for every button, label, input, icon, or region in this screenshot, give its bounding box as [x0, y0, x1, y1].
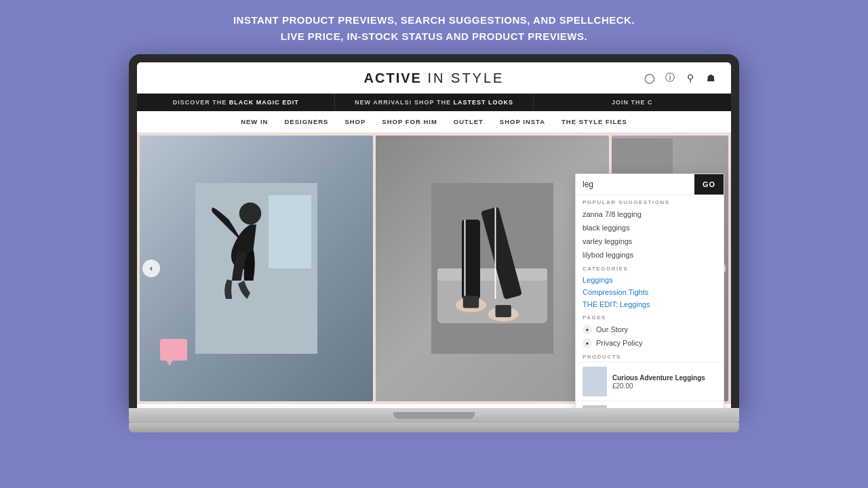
popular-suggestions-label: POPULAR SUGGESTIONS: [576, 195, 724, 207]
page-icon-2: ●: [583, 338, 592, 348]
suggestion-1[interactable]: zanna 7/8 legging: [576, 207, 724, 221]
nav-outlet[interactable]: OUTLET: [454, 118, 484, 125]
search-input-row: GO: [576, 174, 724, 195]
arrow-left[interactable]: ‹: [142, 260, 160, 277]
promo-item-3[interactable]: JOIN THE C: [534, 94, 731, 111]
nav-shop-insta[interactable]: SHOP INSTA: [500, 118, 545, 125]
page-icon-1: ●: [583, 325, 592, 334]
products-label: PRODUCTS: [576, 350, 724, 362]
category-1[interactable]: Leggings: [576, 274, 724, 286]
product-thumb-1: [583, 367, 607, 396]
figure-svg-1: [195, 180, 317, 357]
help-icon[interactable]: ⓘ: [663, 71, 677, 85]
promo-bar: DISCOVER THE BLACK MAGIC EDIT NEW ARRIVA…: [137, 94, 731, 111]
hero-image-2: [376, 136, 609, 401]
laptop-notch: [393, 412, 475, 419]
svg-rect-1: [269, 195, 311, 268]
svg-point-2: [239, 203, 261, 224]
promo-item-2[interactable]: NEW ARRIVALS! SHOP THE LASTEST LOOKS: [335, 94, 533, 111]
suggestion-2[interactable]: black leggings: [576, 221, 724, 235]
account-icon[interactable]: ◯: [643, 71, 656, 85]
nav-style-files[interactable]: THE STYLE FILES: [561, 118, 627, 125]
page-2[interactable]: ● Privacy Policy: [576, 336, 724, 350]
page-1[interactable]: ● Our Story: [576, 323, 724, 336]
site-logo: ACTIVE IN STYLE: [364, 69, 505, 87]
laptop-screen: ACTIVE IN STYLE ◯ ⓘ ⚲ ☗ DISCOVER THE BLA…: [137, 62, 731, 408]
suggestion-3[interactable]: varley leggings: [576, 235, 724, 248]
chat-bubble: [160, 339, 187, 361]
site-header: ACTIVE IN STYLE ◯ ⓘ ⚲ ☗: [137, 62, 731, 94]
logo-bold: ACTIVE: [364, 70, 422, 85]
hero-image-1: [140, 136, 373, 401]
product-item-1[interactable]: Curious Adventure Leggings £20.00: [576, 362, 724, 401]
headline-line1: INSTANT PRODUCT PREVIEWS, SEARCH SUGGEST…: [233, 12, 635, 28]
nav-new-in[interactable]: NEW IN: [241, 118, 268, 125]
laptop-mockup: ACTIVE IN STYLE ◯ ⓘ ⚲ ☗ DISCOVER THE BLA…: [129, 54, 739, 432]
suggestion-4[interactable]: lilybod leggings: [576, 248, 724, 262]
figure-svg-2: [431, 180, 553, 357]
page-2-label: Privacy Policy: [596, 339, 642, 347]
product-item-2[interactable]: Petite Etoile Compression Midi £89.00: [576, 401, 724, 408]
svg-rect-12: [463, 296, 479, 308]
search-icon[interactable]: ⚲: [684, 71, 697, 85]
search-dropdown: GO POPULAR SUGGESTIONS zanna 7/8 legging…: [575, 174, 724, 408]
headline-block: INSTANT PRODUCT PREVIEWS, SEARCH SUGGEST…: [220, 0, 648, 54]
product-name-1: Curious Adventure Leggings: [612, 373, 705, 382]
page-1-label: Our Story: [596, 325, 628, 333]
header-icons: ◯ ⓘ ⚲ ☗: [643, 71, 717, 85]
nav-shop-for-him[interactable]: SHOP FOR HIM: [382, 118, 437, 125]
promo-items: DISCOVER THE BLACK MAGIC EDIT NEW ARRIVA…: [137, 94, 731, 111]
promo-item-1[interactable]: DISCOVER THE BLACK MAGIC EDIT: [137, 94, 335, 111]
laptop-outer: ACTIVE IN STYLE ◯ ⓘ ⚲ ☗ DISCOVER THE BLA…: [129, 54, 739, 408]
category-3[interactable]: THE EDIT: Leggings: [576, 298, 724, 310]
search-input[interactable]: [576, 174, 694, 195]
cart-icon[interactable]: ☗: [704, 71, 717, 85]
product-price-1: £20.00: [612, 382, 705, 390]
category-2[interactable]: Compression Tights: [576, 286, 724, 298]
product-thumb-2: [583, 405, 607, 408]
hero-section: ‹ › GO POPULAR SUGGESTIONS zanna 7/8 leg…: [137, 133, 731, 404]
nav-designers[interactable]: DESIGNERS: [284, 118, 328, 125]
promo-highlight-1: BLACK MAGIC EDIT: [229, 99, 299, 106]
laptop-foot: [129, 423, 739, 432]
pages-label: PAGES: [576, 310, 724, 323]
logo-thin: IN STYLE: [422, 70, 504, 85]
headline-line2: LIVE PRICE, IN-STOCK STATUS AND PRODUCT …: [233, 28, 635, 45]
nav-shop[interactable]: SHOP: [344, 118, 366, 125]
search-go-button[interactable]: GO: [694, 174, 724, 195]
product-info-1: Curious Adventure Leggings £20.00: [612, 373, 705, 390]
main-nav: NEW IN DESIGNERS SHOP SHOP FOR HIM OUTLE…: [137, 111, 731, 133]
promo-highlight-2: LASTEST LOOKS: [453, 99, 513, 106]
categories-label: CATEGORIES: [576, 262, 724, 274]
laptop-base: [129, 408, 739, 423]
svg-rect-13: [496, 305, 511, 317]
svg-rect-5: [437, 268, 547, 281]
